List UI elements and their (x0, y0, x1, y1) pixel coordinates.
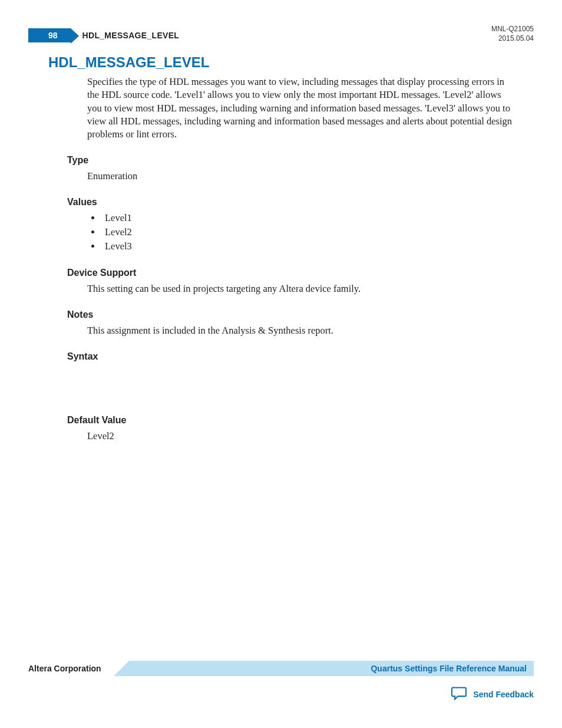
section-default-value: Default Value Level2 (67, 415, 534, 443)
section-notes: Notes This assignment is included in the… (67, 309, 534, 337)
footer-company: Altera Corporation (28, 661, 114, 676)
section-device-support: Device Support This setting can be used … (67, 268, 534, 295)
list-item: Level2 (101, 225, 534, 239)
footer-bar: Altera Corporation Quartus Settings File… (28, 661, 534, 676)
page-number-badge: 98 (28, 28, 71, 42)
section-heading: Notes (67, 309, 534, 320)
section-body: Enumeration (87, 169, 534, 183)
section-values: Values Level1 Level2 Level3 (67, 197, 534, 253)
section-heading: Values (67, 197, 534, 207)
manual-link[interactable]: Quartus Settings File Reference Manual (371, 664, 527, 673)
header-meta: MNL-Q21005 2015.05.04 (491, 25, 534, 43)
values-list: Level1 Level2 Level3 (101, 211, 534, 253)
section-heading: Device Support (67, 268, 534, 278)
doc-id: MNL-Q21005 (491, 25, 534, 34)
section-body: This setting can be used in projects tar… (87, 282, 534, 295)
list-item: Level3 (101, 239, 534, 253)
running-title: HDL_MESSAGE_LEVEL (82, 31, 180, 40)
section-heading: Type (67, 155, 534, 166)
feedback-label: Send Feedback (473, 690, 534, 699)
section-heading: Default Value (67, 415, 534, 426)
list-item: Level1 (101, 211, 534, 225)
section-syntax: Syntax (67, 351, 534, 362)
page-number: 98 (48, 31, 58, 40)
running-header: 98 HDL_MESSAGE_LEVEL (28, 28, 534, 42)
footer-banner: Quartus Settings File Reference Manual (114, 661, 534, 676)
doc-date: 2015.05.04 (491, 34, 534, 44)
send-feedback-link[interactable]: Send Feedback (451, 686, 534, 702)
footer-divider (114, 661, 129, 676)
section-heading: Syntax (67, 351, 534, 362)
page-title: HDL_MESSAGE_LEVEL (48, 54, 534, 71)
section-body: This assignment is included in the Analy… (87, 324, 534, 337)
description-paragraph: Specifies the type of HDL messages you w… (87, 75, 516, 141)
section-body: Level2 (87, 429, 534, 443)
speech-bubble-icon (451, 686, 467, 702)
section-type: Type Enumeration (67, 155, 534, 183)
